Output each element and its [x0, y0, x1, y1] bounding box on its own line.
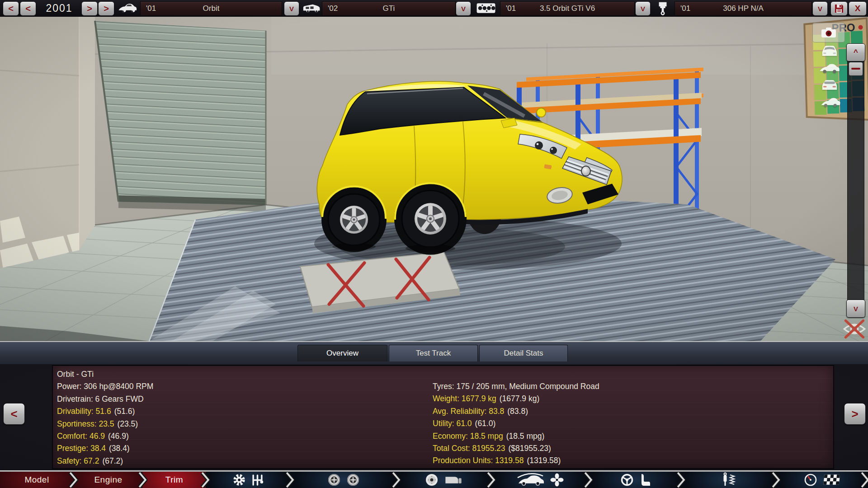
- trim-name: GTi: [322, 2, 455, 15]
- nav-section-interior[interactable]: [589, 472, 681, 488]
- stat-row: Avg. Reliability: 83.8(83.8): [433, 405, 603, 418]
- stat-row: Tyres: 175 / 205 mm, Medium Compound Roa…: [433, 380, 603, 393]
- trim-dropdown-button[interactable]: V: [456, 1, 471, 16]
- close-button[interactable]: X: [849, 1, 867, 16]
- results-tab-bar: Overview Test Track Detail Stats: [0, 342, 868, 364]
- brake-disc-icon: [425, 473, 439, 487]
- car-side-view-icon: [819, 63, 840, 74]
- save-button[interactable]: [830, 1, 848, 16]
- scrollbar-track[interactable]: [847, 61, 864, 300]
- engine-family-name: 3.5 Orbit GTi V6: [500, 2, 634, 15]
- scrollbar-thumb[interactable]: [849, 62, 863, 76]
- car-rear-view-icon: [820, 79, 840, 91]
- overview-stats-panel: Orbit - GTi Power: 306 hp@8400 RPM Drive…: [52, 365, 834, 469]
- engine-variant-dropdown-button[interactable]: V: [812, 1, 828, 16]
- tab-test-track[interactable]: Test Track: [389, 345, 478, 361]
- year-next-button[interactable]: >: [81, 1, 98, 16]
- wheel-icon: [346, 473, 360, 487]
- stats-left-column: Orbit - GTi Power: 306 hp@8400 RPM Drive…: [57, 368, 156, 467]
- steering-wheel-icon: [620, 473, 634, 487]
- nav-section-gearbox[interactable]: [206, 472, 290, 488]
- eye-crossed-icon: [843, 318, 866, 340]
- view-three-quarter-button[interactable]: [816, 93, 843, 109]
- panel-next-button[interactable]: >: [844, 403, 866, 425]
- tab-overview[interactable]: Overview: [297, 345, 387, 361]
- nav-section-brakes[interactable]: [396, 472, 491, 488]
- nav-section-aero[interactable]: [491, 472, 589, 488]
- camera-button[interactable]: [812, 23, 845, 42]
- view-rear-button[interactable]: [816, 77, 843, 93]
- stat-row: Safety: 67.2(67.2): [57, 455, 156, 467]
- trim-dropdown[interactable]: GTi '02: [322, 1, 456, 16]
- camera-icon: [821, 27, 836, 38]
- engine-family-dropdown[interactable]: 3.5 Orbit GTi V6 '01: [500, 1, 635, 16]
- year-prev-decade-button[interactable]: <: [3, 1, 19, 16]
- stat-row: Drivability: 51.6(51.6): [57, 405, 156, 418]
- car-aero-icon: [517, 473, 545, 487]
- brake-pad-icon: [444, 474, 463, 486]
- vignette: [0, 16, 868, 341]
- model-name: Orbit: [141, 2, 282, 15]
- stat-row: Prestige: 38.4(38.4): [57, 442, 156, 455]
- gauge-icon: [804, 473, 817, 487]
- stat-row: Weight: 1677.9 kg(1677.9 kg): [433, 393, 603, 405]
- scroll-up-button[interactable]: ^: [846, 43, 865, 61]
- garage-3d-viewport[interactable]: PRO: [0, 16, 868, 341]
- stats-right-column: Tyres: 175 / 205 mm, Medium Compound Roa…: [433, 380, 603, 467]
- automation-game-window: < < 2001 > > Orbit '01 V GTi '02 V 3.5 O…: [0, 0, 868, 488]
- nav-section-test[interactable]: [776, 472, 868, 488]
- car-three-quarter-view-icon: [819, 94, 840, 108]
- trim-year: '02: [328, 2, 338, 15]
- save-icon: [834, 3, 844, 14]
- nav-section-wheels[interactable]: [290, 472, 396, 488]
- engine-family-year: '01: [506, 2, 516, 15]
- nav-section-suspension[interactable]: [681, 472, 776, 488]
- seat-icon: [639, 473, 650, 487]
- stat-row: Power: 306 hp@8400 RPM: [57, 380, 156, 393]
- checkered-flag-icon: [823, 474, 841, 486]
- year-next-decade-button[interactable]: >: [98, 1, 114, 16]
- stat-row: Sportiness: 23.5(23.5): [57, 418, 156, 430]
- car-title-row: Orbit - GTi: [57, 368, 156, 380]
- engine-variant-dropdown[interactable]: 306 HP N/A '01: [675, 1, 812, 16]
- year-value: 2001: [42, 0, 77, 16]
- tab-detail-stats[interactable]: Detail Stats: [479, 345, 568, 361]
- scroll-down-button[interactable]: V: [846, 300, 865, 318]
- stats-area: Orbit - GTi Power: 306 hp@8400 RPM Drive…: [0, 364, 868, 470]
- top-bar: < < 2001 > > Orbit '01 V GTi '02 V 3.5 O…: [0, 0, 868, 17]
- nav-step-trim[interactable]: Trim: [143, 472, 206, 488]
- year-prev-button[interactable]: <: [20, 1, 36, 16]
- stat-row: Comfort: 46.9(46.9): [57, 430, 156, 442]
- panel-prev-button[interactable]: <: [3, 403, 25, 425]
- engine-variant-name: 306 HP N/A: [675, 2, 811, 15]
- trim-van-icon: [302, 1, 322, 15]
- stat-row: Economy: 18.5 mpg(18.5 mpg): [433, 430, 603, 442]
- view-front-button[interactable]: [816, 43, 843, 59]
- stat-row: Production Units: 1319.58(1319.58): [433, 455, 603, 467]
- bottom-navigation: Model Engine Trim: [0, 472, 868, 488]
- nav-step-model[interactable]: Model: [0, 472, 74, 488]
- model-car-icon: [117, 1, 138, 15]
- engine-variant-piston-icon: [653, 1, 673, 15]
- shifter-h-pattern-icon: [251, 474, 264, 486]
- nav-step-engine[interactable]: Engine: [74, 472, 143, 488]
- car-front-view-icon: [820, 45, 840, 57]
- model-dropdown[interactable]: Orbit '01: [140, 1, 282, 16]
- engine-family-dropdown-button[interactable]: V: [635, 1, 651, 16]
- engine-variant-year: '01: [680, 2, 690, 15]
- stat-row: Drivetrain: 6 Gears FWD: [57, 393, 156, 405]
- wheel-icon: [327, 473, 341, 487]
- view-side-button[interactable]: [816, 60, 843, 76]
- engine-family-crankshaft-icon: [474, 1, 498, 15]
- fan-icon: [550, 473, 564, 487]
- stat-row: Utility: 61.0(61.0): [433, 418, 603, 430]
- stat-row: Total Cost: 81955.23($81955.23): [433, 442, 603, 455]
- model-dropdown-button[interactable]: V: [284, 1, 299, 16]
- gear-icon: [232, 473, 246, 487]
- car-title: Orbit - GTi: [57, 370, 94, 379]
- model-year: '01: [146, 2, 156, 15]
- visibility-toggle-button[interactable]: [843, 318, 866, 340]
- shock-absorber-icon: [721, 472, 737, 488]
